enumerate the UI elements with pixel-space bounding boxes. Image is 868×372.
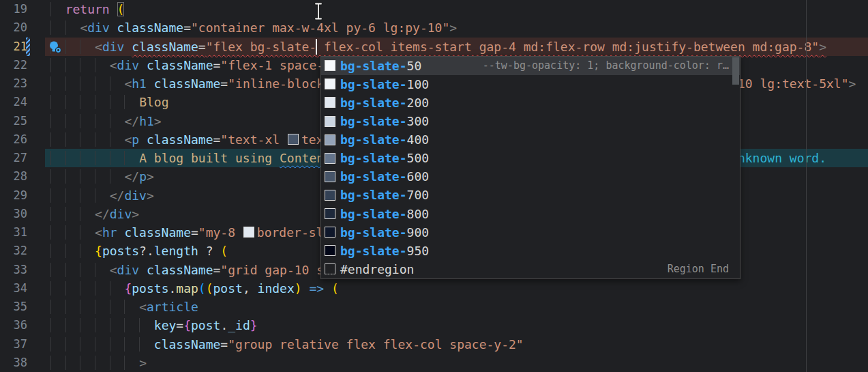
- code-line-content[interactable]: <div className="flex bg-slate- flex-col …: [45, 38, 868, 56]
- line-number[interactable]: 36: [0, 316, 45, 334]
- code-line-34[interactable]: 34 {posts.map((post, index) => (: [0, 279, 868, 298]
- code-line-19[interactable]: 19 return (: [0, 0, 868, 18]
- suggestion-item-bg-slate-300[interactable]: bg-slate-300: [321, 112, 740, 130]
- line-number[interactable]: 28: [0, 167, 45, 186]
- suggestion-item-bg-slate-400[interactable]: bg-slate-400: [321, 130, 740, 149]
- line-number[interactable]: 19: [0, 0, 45, 18]
- code-line-content[interactable]: >: [45, 354, 868, 372]
- code-token: <: [124, 132, 132, 147]
- line-number[interactable]: 25: [0, 112, 45, 130]
- code-line-content[interactable]: className="group relative flex flex-col …: [45, 335, 868, 354]
- suggestion-label-match: bg-slate-: [340, 77, 407, 91]
- gutter[interactable]: 21: [0, 38, 45, 56]
- code-line-36[interactable]: 36 key={post._id}: [0, 316, 868, 334]
- line-number[interactable]: 20: [0, 18, 45, 37]
- line-number[interactable]: 34: [0, 279, 45, 298]
- gutter[interactable]: 31: [0, 223, 45, 242]
- gutter[interactable]: 34: [0, 279, 45, 298]
- suggestion-item-bg-slate-600[interactable]: bg-slate-600: [321, 167, 740, 186]
- code-line-35[interactable]: 35 <article: [0, 298, 868, 316]
- indent-guide: [139, 337, 154, 352]
- line-number[interactable]: 24: [0, 93, 45, 111]
- code-token: className: [147, 132, 213, 147]
- gutter[interactable]: 26: [0, 130, 45, 149]
- code-line-content[interactable]: <div className="container max-w-4xl py-6…: [45, 18, 868, 37]
- code-token: className: [132, 40, 198, 54]
- line-number[interactable]: 30: [0, 205, 45, 223]
- code-token: </: [95, 207, 110, 221]
- color-swatch-icon: [325, 116, 335, 127]
- suggestion-item-bg-slate-700[interactable]: bg-slate-700: [321, 186, 740, 204]
- gutter[interactable]: 25: [0, 112, 45, 130]
- suggestion-item-bg-slate-100[interactable]: bg-slate-100: [321, 75, 740, 94]
- indent-guide: [110, 151, 125, 165]
- code-line-37[interactable]: 37 className="group relative flex flex-c…: [0, 335, 868, 354]
- gutter[interactable]: 36: [0, 316, 45, 334]
- line-number[interactable]: 35: [0, 298, 45, 316]
- indent-guide: [80, 207, 95, 221]
- gutter[interactable]: 22: [0, 56, 45, 74]
- code-token: [110, 20, 117, 35]
- code-token: ): [295, 281, 302, 296]
- gutter[interactable]: 27: [0, 149, 45, 167]
- line-number[interactable]: 29: [0, 186, 45, 205]
- line-number[interactable]: 23: [0, 74, 45, 93]
- line-number[interactable]: 27: [0, 149, 45, 167]
- indent-guide: [80, 151, 95, 165]
- line-number[interactable]: 31: [0, 223, 45, 242]
- code-line-21[interactable]: 21 <div className="flex bg-slate- flex-c…: [0, 38, 868, 56]
- gutter[interactable]: 24: [0, 93, 45, 111]
- suggestion-item-bg-slate-900[interactable]: bg-slate-900: [321, 223, 740, 242]
- code-line-content[interactable]: return (: [45, 0, 868, 18]
- indent-guide: [95, 281, 110, 296]
- gutter[interactable]: 19: [0, 0, 45, 18]
- indent-guide: [95, 151, 110, 165]
- code-line-content[interactable]: <article: [45, 298, 868, 316]
- suggest-scrollbar-thumb[interactable]: [732, 57, 739, 85]
- code-line-38[interactable]: 38 >: [0, 354, 868, 372]
- gutter[interactable]: 23: [0, 74, 45, 93]
- code-token: className: [147, 58, 213, 72]
- gutter[interactable]: 28: [0, 167, 45, 186]
- line-number[interactable]: 32: [0, 242, 45, 260]
- indent-guide: [65, 356, 80, 370]
- gutter[interactable]: 35: [0, 298, 45, 316]
- code-token: className: [154, 337, 221, 352]
- indent-guide: [50, 318, 65, 332]
- code-token: key: [154, 318, 177, 332]
- line-number[interactable]: 38: [0, 354, 45, 372]
- suggestion-detail: Region End: [668, 263, 740, 275]
- code-token: ,: [243, 281, 258, 296]
- code-token: =: [176, 318, 183, 332]
- indent-guide: [65, 40, 80, 54]
- gutter[interactable]: 32: [0, 242, 45, 260]
- gutter[interactable]: 29: [0, 186, 45, 205]
- suggestion-item-#endregion[interactable]: #endregionRegion End: [321, 260, 740, 278]
- suggestion-item-bg-slate-800[interactable]: bg-slate-800: [321, 205, 740, 223]
- indent-guide: [65, 300, 80, 314]
- gutter[interactable]: 30: [0, 205, 45, 223]
- suggestion-item-bg-slate-950[interactable]: bg-slate-950: [321, 242, 740, 260]
- indent-guide: [95, 300, 110, 314]
- indent-guide: [110, 300, 125, 314]
- suggestion-item-bg-slate-500[interactable]: bg-slate-500: [321, 149, 740, 167]
- line-number[interactable]: 26: [0, 130, 45, 149]
- gutter[interactable]: 38: [0, 354, 45, 372]
- code-line-content[interactable]: {posts.map((post, index) => (: [45, 279, 868, 298]
- gutter[interactable]: 20: [0, 18, 45, 37]
- gutter[interactable]: 37: [0, 335, 45, 354]
- code-line-20[interactable]: 20 <div className="container max-w-4xl p…: [0, 18, 868, 37]
- line-number[interactable]: 22: [0, 56, 45, 74]
- line-number[interactable]: 33: [0, 261, 45, 279]
- indent-guide: [95, 58, 110, 72]
- suggestion-item-bg-slate-50[interactable]: bg-slate-50--tw-bg-opacity: 1; backgroun…: [321, 57, 740, 75]
- code-line-content[interactable]: key={post._id}: [45, 316, 868, 334]
- suggestion-item-bg-slate-200[interactable]: bg-slate-200: [321, 94, 740, 112]
- suggestion-label: 400: [407, 132, 430, 147]
- line-number[interactable]: 21: [0, 38, 45, 56]
- indent-guide: [50, 169, 65, 184]
- lightbulb-icon[interactable]: [48, 40, 62, 54]
- line-number[interactable]: 37: [0, 335, 45, 354]
- gutter[interactable]: 33: [0, 261, 45, 279]
- suggestion-label: 800: [407, 207, 430, 221]
